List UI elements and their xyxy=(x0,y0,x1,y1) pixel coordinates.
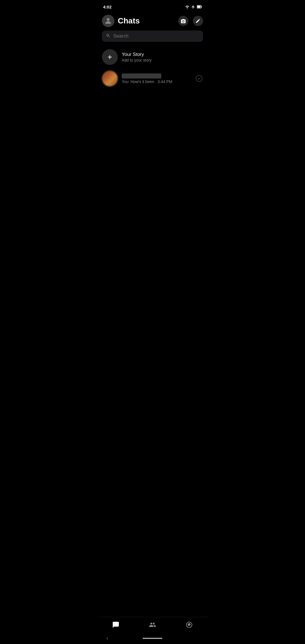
user-avatar-icon xyxy=(104,17,112,25)
svg-rect-2 xyxy=(201,6,202,8)
chat-item[interactable]: You: How's it been · 3:44 PM xyxy=(97,68,208,89)
your-story-item[interactable]: + Your Story Add to your story xyxy=(97,46,208,68)
story-subtitle: Add to your story xyxy=(122,58,152,62)
delivered-icon xyxy=(196,75,202,82)
status-icons xyxy=(185,5,202,9)
svg-point-3 xyxy=(107,18,110,21)
status-bar: 4:02 xyxy=(97,0,208,12)
story-info: Your Story Add to your story xyxy=(122,52,152,62)
wifi-icon xyxy=(185,5,189,8)
add-story-button[interactable]: + xyxy=(102,49,118,65)
svg-point-4 xyxy=(183,21,184,22)
camera-button[interactable] xyxy=(178,16,188,26)
header-actions xyxy=(178,16,203,26)
page-title: Chats xyxy=(118,16,175,25)
edit-icon xyxy=(195,18,201,23)
status-time: 4:02 xyxy=(103,5,112,9)
battery-icon xyxy=(197,5,202,8)
search-icon xyxy=(106,33,110,39)
story-title: Your Story xyxy=(122,52,152,57)
chat-avatar xyxy=(102,71,118,86)
airplane-icon xyxy=(191,5,195,9)
chat-last-message: You: How's it been · 3:44 PM xyxy=(122,79,191,84)
search-container xyxy=(97,31,208,46)
header: Chats xyxy=(97,12,208,31)
svg-rect-1 xyxy=(197,6,201,8)
chat-status xyxy=(195,75,203,82)
compose-button[interactable] xyxy=(193,16,203,26)
search-bar[interactable] xyxy=(102,31,203,42)
profile-avatar[interactable] xyxy=(102,15,114,27)
chat-info: You: How's it been · 3:44 PM xyxy=(122,73,191,84)
chat-name xyxy=(122,73,161,79)
plus-icon: + xyxy=(108,53,112,61)
search-input[interactable] xyxy=(113,33,199,39)
camera-icon xyxy=(180,18,186,23)
